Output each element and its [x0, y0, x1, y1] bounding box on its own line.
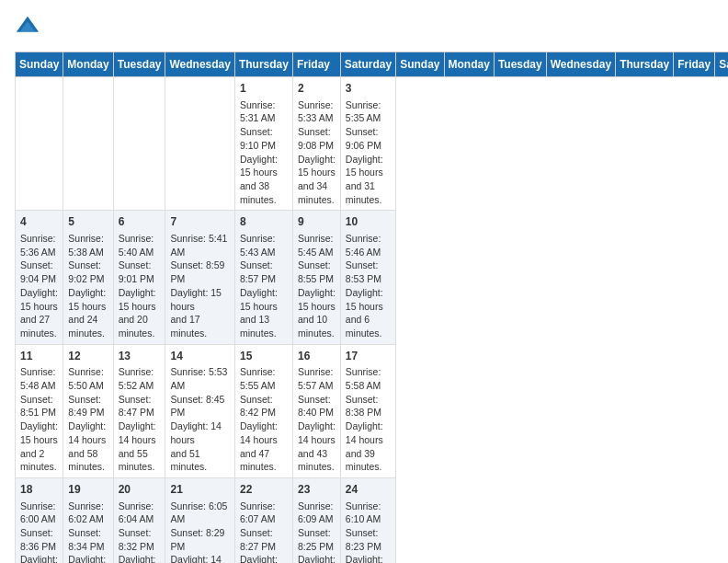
- calendar-cell: 19Sunrise: 6:02 AMSunset: 8:34 PMDayligh…: [63, 477, 113, 563]
- weekday-header: Tuesday: [494, 52, 546, 77]
- calendar-cell: [16, 77, 63, 211]
- calendar-cell: 24Sunrise: 6:10 AMSunset: 8:23 PMDayligh…: [340, 477, 395, 563]
- calendar-cell: 14Sunrise: 5:53 AMSunset: 8:45 PMDayligh…: [165, 344, 234, 477]
- cell-content-line: Sunrise: 5:45 AM: [298, 232, 336, 259]
- calendar-cell: 23Sunrise: 6:09 AMSunset: 8:25 PMDayligh…: [292, 477, 340, 563]
- cell-content-line: Sunset: 9:08 PM: [298, 125, 336, 152]
- cell-content-line: Sunset: 8:32 PM: [119, 526, 161, 553]
- cell-content-line: Sunrise: 5:46 AM: [346, 232, 391, 259]
- cell-content-line: Sunrise: 5:36 AM: [20, 232, 58, 259]
- calendar-cell: 6Sunrise: 5:40 AMSunset: 9:01 PMDaylight…: [113, 211, 165, 344]
- day-number: 6: [119, 214, 161, 230]
- weekday-header-saturday: Saturday: [340, 52, 395, 77]
- day-number: 3: [346, 81, 391, 97]
- cell-content-line: Sunset: 8:47 PM: [119, 393, 161, 419]
- cell-content-line: Daylight: 14 hours: [20, 553, 58, 563]
- cell-content-line: Sunrise: 5:41 AM: [170, 232, 229, 259]
- weekday-header: Thursday: [616, 52, 674, 77]
- calendar-cell: 15Sunrise: 5:55 AMSunset: 8:42 PMDayligh…: [234, 344, 292, 477]
- cell-content-line: Daylight: 14 hours: [170, 553, 229, 563]
- day-number: 10: [346, 214, 391, 230]
- cell-content-line: Sunrise: 6:02 AM: [68, 500, 108, 526]
- cell-content-line: Sunset: 8:59 PM: [170, 259, 229, 285]
- calendar-week-row: 4Sunrise: 5:36 AMSunset: 9:04 PMDaylight…: [16, 211, 729, 344]
- calendar-cell: 9Sunrise: 5:45 AMSunset: 8:55 PMDaylight…: [292, 211, 340, 344]
- cell-content-line: Daylight: 15 hours: [298, 153, 336, 179]
- cell-content-line: Sunrise: 5:48 AM: [20, 365, 58, 392]
- cell-content-line: and 2 minutes.: [20, 447, 58, 474]
- cell-content-line: Daylight: 14 hours: [240, 553, 288, 563]
- cell-content-line: Daylight: 14 hours: [170, 419, 229, 446]
- cell-content-line: Daylight: 15 hours: [346, 153, 391, 179]
- calendar-cell: 8Sunrise: 5:43 AMSunset: 8:57 PMDaylight…: [234, 211, 292, 344]
- cell-content-line: and 13 minutes.: [240, 313, 288, 339]
- cell-content-line: Daylight: 14 hours: [68, 553, 108, 563]
- day-number: 21: [170, 482, 229, 498]
- cell-content-line: and 39 minutes.: [346, 447, 391, 474]
- cell-content-line: Sunrise: 5:38 AM: [68, 232, 108, 259]
- cell-content-line: and 55 minutes.: [119, 447, 161, 474]
- weekday-header-wednesday: Wednesday: [165, 52, 234, 77]
- day-number: 5: [68, 214, 108, 230]
- cell-content-line: Daylight: 15 hours: [68, 286, 108, 313]
- calendar-cell: 3Sunrise: 5:35 AMSunset: 9:06 PMDaylight…: [340, 77, 395, 211]
- cell-content-line: and 38 minutes.: [240, 179, 288, 206]
- calendar-table: SundayMondayTuesdayWednesdayThursdayFrid…: [15, 52, 728, 563]
- day-number: 7: [170, 214, 229, 230]
- cell-content-line: Sunset: 9:06 PM: [346, 125, 391, 152]
- cell-content-line: Daylight: 14 hours: [298, 419, 336, 446]
- cell-content-line: Sunrise: 5:57 AM: [298, 365, 336, 392]
- day-number: 22: [240, 482, 288, 498]
- cell-content-line: and 43 minutes.: [298, 447, 336, 474]
- day-number: 11: [20, 349, 58, 364]
- calendar-cell: 7Sunrise: 5:41 AMSunset: 8:59 PMDaylight…: [165, 211, 234, 344]
- logo-icon: [15, 15, 40, 40]
- weekday-header: Friday: [674, 52, 715, 77]
- cell-content-line: Sunrise: 5:58 AM: [346, 365, 391, 392]
- day-number: 12: [68, 349, 108, 364]
- cell-content-line: Daylight: 15 hours: [170, 286, 229, 313]
- cell-content-line: Sunset: 8:57 PM: [240, 259, 288, 285]
- cell-content-line: Sunrise: 5:33 AM: [298, 98, 336, 125]
- weekday-header: Wednesday: [546, 52, 615, 77]
- day-number: 9: [298, 214, 336, 230]
- cell-content-line: Daylight: 15 hours: [240, 153, 288, 179]
- cell-content-line: Sunset: 9:01 PM: [119, 259, 161, 285]
- calendar-cell: 16Sunrise: 5:57 AMSunset: 8:40 PMDayligh…: [292, 344, 340, 477]
- cell-content-line: and 31 minutes.: [346, 179, 391, 206]
- day-number: 23: [298, 482, 336, 498]
- cell-content-line: Daylight: 15 hours: [20, 419, 58, 446]
- cell-content-line: Daylight: 15 hours: [240, 286, 288, 313]
- day-number: 13: [119, 349, 161, 364]
- cell-content-line: Daylight: 15 hours: [346, 286, 391, 313]
- cell-content-line: Sunset: 9:10 PM: [240, 125, 288, 152]
- cell-content-line: and 34 minutes.: [298, 179, 336, 206]
- cell-content-line: Sunset: 8:25 PM: [298, 526, 336, 553]
- cell-content-line: Sunset: 8:38 PM: [346, 393, 391, 419]
- day-number: 14: [170, 349, 229, 364]
- cell-content-line: Sunset: 8:23 PM: [346, 526, 391, 553]
- calendar-cell: [113, 77, 165, 211]
- cell-content-line: Daylight: 14 hours: [68, 419, 108, 446]
- calendar-cell: [165, 77, 234, 211]
- cell-content-line: and 58 minutes.: [68, 447, 108, 474]
- cell-content-line: Sunset: 9:02 PM: [68, 259, 108, 285]
- calendar-cell: 17Sunrise: 5:58 AMSunset: 8:38 PMDayligh…: [340, 344, 395, 477]
- weekday-header-sunday: Sunday: [16, 52, 63, 77]
- calendar-cell: 13Sunrise: 5:52 AMSunset: 8:47 PMDayligh…: [113, 344, 165, 477]
- day-number: 1: [240, 81, 288, 97]
- calendar-cell: 5Sunrise: 5:38 AMSunset: 9:02 PMDaylight…: [63, 211, 113, 344]
- calendar-cell: 20Sunrise: 6:04 AMSunset: 8:32 PMDayligh…: [113, 477, 165, 563]
- weekday-header: Monday: [444, 52, 494, 77]
- day-number: 24: [346, 482, 391, 498]
- calendar-cell: 22Sunrise: 6:07 AMSunset: 8:27 PMDayligh…: [234, 477, 292, 563]
- cell-content-line: Daylight: 15 hours: [119, 286, 161, 313]
- cell-content-line: Sunset: 8:40 PM: [298, 393, 336, 419]
- calendar-cell: 18Sunrise: 6:00 AMSunset: 8:36 PMDayligh…: [16, 477, 63, 563]
- weekday-header: Saturday: [715, 52, 728, 77]
- calendar-cell: [63, 77, 113, 211]
- cell-content-line: Sunrise: 5:40 AM: [119, 232, 161, 259]
- cell-content-line: Sunset: 8:42 PM: [240, 393, 288, 419]
- page-header: [15, 15, 713, 40]
- cell-content-line: Daylight: 14 hours: [346, 419, 391, 446]
